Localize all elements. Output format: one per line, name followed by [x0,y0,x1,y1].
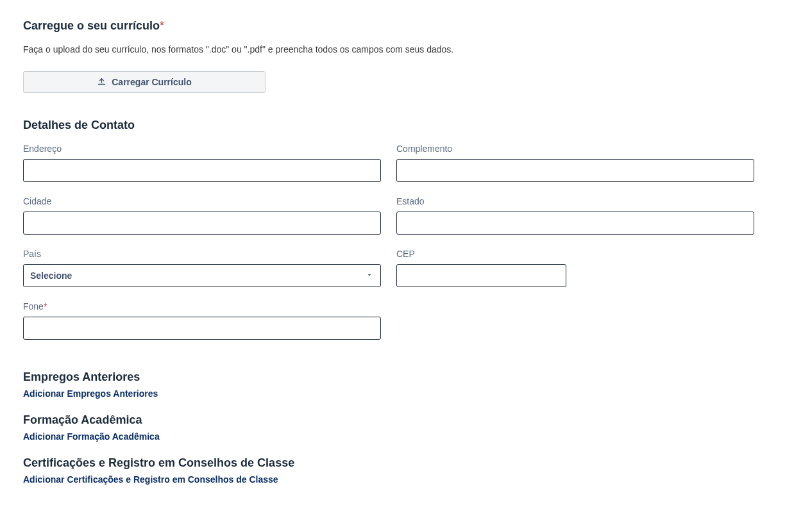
upload-section: Carregue o seu currículo* Faça o upload … [23,19,771,93]
country-select[interactable]: Selecione [23,264,381,287]
upload-helper: Faça o upload do seu currículo, nos form… [23,44,771,54]
add-jobs-link[interactable]: Adicionar Empregos Anteriores [23,388,158,399]
state-label: Estado [396,196,754,206]
country-field-wrap: País Selecione [23,249,381,287]
cep-field-wrap: CEP [396,249,754,287]
complement-label: Complemento [396,144,754,154]
certs-title: Certificações e Registro em Conselhos de… [23,456,771,470]
address-field-wrap: Endereço [23,144,381,182]
upload-button-label: Carregar Currículo [112,77,191,87]
complement-input[interactable] [396,159,754,182]
phone-label-text: Fone [23,301,44,312]
jobs-title: Empregos Anteriores [23,370,771,384]
education-section: Formação Acadêmica Adicionar Formação Ac… [23,413,771,442]
upload-title-text: Carregue o seu currículo [23,19,160,32]
cep-label: CEP [396,249,754,259]
city-field-wrap: Cidade [23,196,381,235]
add-education-link[interactable]: Adicionar Formação Acadêmica [23,431,160,442]
address-input[interactable] [23,159,381,182]
jobs-section: Empregos Anteriores Adicionar Empregos A… [23,370,771,399]
address-label: Endereço [23,144,381,154]
contact-title: Detalhes de Contato [23,119,771,132]
city-label: Cidade [23,196,381,206]
complement-field-wrap: Complemento [396,144,754,182]
phone-field-wrap: Fone* [23,301,381,340]
country-select-wrap: Selecione [23,264,381,287]
add-certs-link[interactable]: Adicionar Certificações e Registro em Co… [23,474,278,485]
required-asterisk: * [44,301,47,312]
upload-resume-button[interactable]: Carregar Currículo [23,71,266,93]
country-label: País [23,249,381,259]
upload-icon [97,76,106,88]
certs-section: Certificações e Registro em Conselhos de… [23,456,771,485]
cep-input[interactable] [396,264,566,287]
state-input[interactable] [396,212,754,235]
contact-grid: Endereço Complemento Cidade Estado País … [23,144,754,340]
required-asterisk: * [160,19,164,32]
upload-title: Carregue o seu currículo* [23,19,771,33]
city-input[interactable] [23,212,381,235]
education-title: Formação Acadêmica [23,413,771,427]
phone-label: Fone* [23,301,381,312]
phone-input[interactable] [23,317,381,340]
contact-section: Detalhes de Contato Endereço Complemento… [23,119,771,340]
state-field-wrap: Estado [396,196,754,235]
